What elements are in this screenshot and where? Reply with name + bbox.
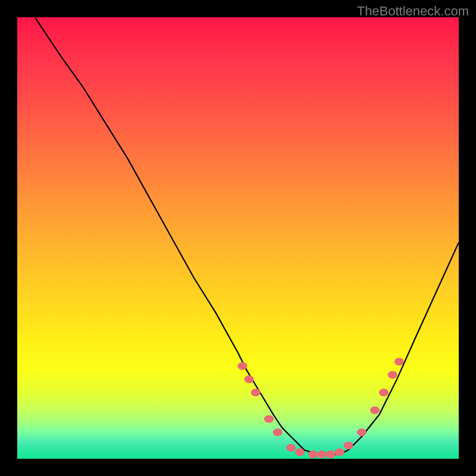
curve-marker bbox=[388, 371, 397, 379]
chart-frame: TheBottleneck.com bbox=[0, 0, 476, 476]
curve-marker bbox=[394, 358, 404, 365]
watermark-text: TheBottleneck.com bbox=[357, 4, 469, 19]
curve-marker bbox=[379, 389, 389, 396]
curve-marker bbox=[273, 428, 283, 436]
curve-marker bbox=[357, 428, 367, 436]
chart-plot-area bbox=[17, 17, 459, 459]
curve-marker bbox=[326, 450, 336, 458]
curve-markers bbox=[237, 358, 403, 458]
curve-marker bbox=[286, 444, 296, 452]
curve-marker bbox=[335, 448, 345, 456]
curve-marker bbox=[245, 375, 254, 383]
curve-marker bbox=[344, 441, 353, 449]
curve-marker bbox=[251, 389, 261, 396]
curve-marker bbox=[237, 362, 247, 370]
curve-marker bbox=[317, 450, 327, 458]
chart-svg bbox=[17, 17, 459, 459]
curve-marker bbox=[264, 415, 274, 423]
curve-marker bbox=[370, 406, 380, 414]
bottleneck-curve bbox=[35, 17, 459, 455]
curve-marker bbox=[295, 448, 305, 456]
curve-marker bbox=[308, 450, 318, 458]
